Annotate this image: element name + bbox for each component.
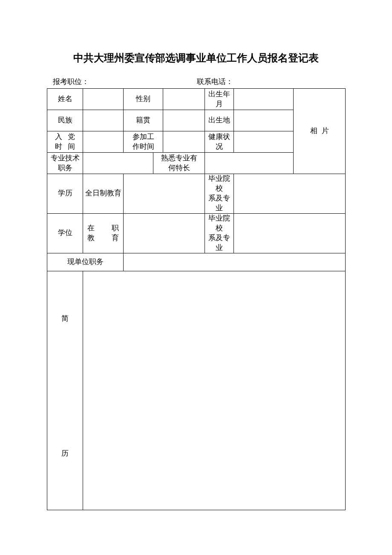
value-specialty[interactable] [205,153,294,174]
label-fulltime: 全日制教育 [83,174,124,214]
label-birth: 出生年月 [205,89,234,110]
label-party-time: 入党 时间 [47,131,83,153]
value-ethnic[interactable] [83,110,124,131]
label-health: 健康状况 [205,131,234,153]
value-origin[interactable] [163,110,205,131]
value-name[interactable] [83,89,124,110]
value-onjob-school[interactable] [234,213,346,253]
label-edu-xuewei: 学位 [47,213,83,253]
label-resume: 简 历 [47,271,83,510]
label-origin: 籍贯 [124,110,163,131]
value-birth[interactable] [234,89,294,110]
value-onjob-degree[interactable] [124,213,205,253]
exam-position-label: 报考职位： [53,78,89,86]
value-gender[interactable] [163,89,205,110]
page-title: 中共大理州委宣传部选调事业单位工作人员报名登记表 [47,51,345,65]
label-name: 姓名 [47,89,83,110]
value-current-position[interactable] [124,253,346,271]
label-gender: 性别 [124,89,163,110]
value-worktime[interactable] [163,131,205,153]
value-fulltime-degree[interactable] [124,174,205,214]
label-birthplace: 出生地 [205,110,234,131]
value-protitle[interactable] [83,153,153,174]
label-current-position: 现单位职务 [47,253,124,271]
label-onjob: 在职 教育 [83,213,124,253]
value-party-time[interactable] [83,131,124,153]
value-resume[interactable] [83,271,346,510]
phone-label: 联系电话： [197,78,233,86]
value-birthplace[interactable] [234,110,294,131]
label-protitle: 专业技术 职务 [47,153,83,174]
photo-label: 相片 [306,127,333,135]
value-fulltime-school[interactable] [234,174,346,214]
label-gradschool-2: 毕业院校 系及专业 [205,213,234,253]
registration-form-table: 姓名 性别 出生年月 相片 民族 籍贯 出生地 入党 时间 [47,88,346,510]
label-gradschool-1: 毕业院校 系及专业 [205,174,234,214]
label-ethnic: 民族 [47,110,83,131]
label-worktime: 参加工 作时间 [124,131,163,153]
value-health[interactable] [234,131,294,153]
photo-cell[interactable]: 相片 [294,89,346,174]
header-line: 报考职位： 联系电话： [53,77,341,87]
label-edu-xueli: 学历 [47,174,83,214]
label-specialty: 熟悉专业有 何特长 [153,153,205,174]
